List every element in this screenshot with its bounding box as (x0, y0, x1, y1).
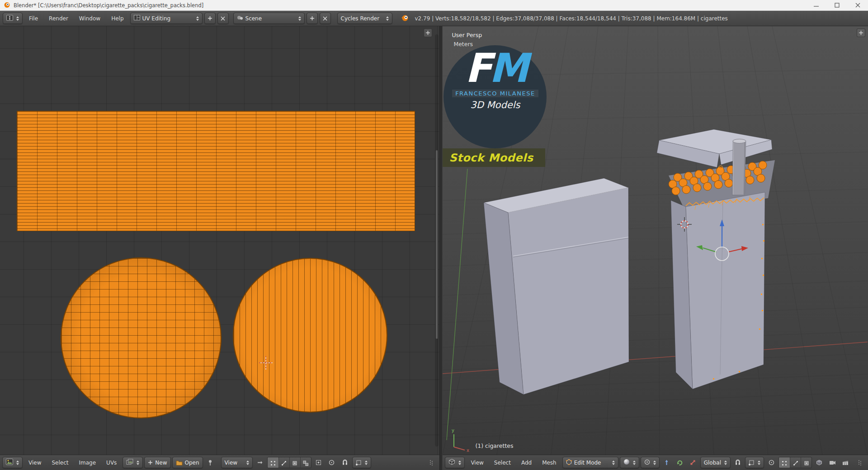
vp-select-edge-button[interactable] (790, 457, 801, 468)
vertex-select-icon (781, 460, 788, 466)
opengl-render-button[interactable] (826, 457, 838, 468)
uv-vertical-scrollbar[interactable] (435, 34, 439, 446)
editor-splitter[interactable] (439, 26, 443, 470)
vp-menu-mesh[interactable]: Mesh (538, 455, 561, 470)
main-area: View Select Image UVs New Open (0, 26, 868, 470)
grip-icon (429, 460, 433, 466)
snap-element-dropdown[interactable] (352, 457, 371, 468)
dropdown-arrows-icon (16, 16, 19, 21)
uv-editor-header: View Select Image UVs New Open (0, 455, 439, 470)
translate-manipulator-button[interactable] (661, 457, 673, 468)
orientation-label: Global (704, 460, 721, 466)
occlude-geometry-button[interactable] (813, 457, 825, 468)
uv-image-editor: View Select Image UVs New Open (0, 26, 439, 470)
pack-open[interactable] (657, 129, 775, 389)
window-titlebar: Blender* [C:\Users\franc\Desktop\cigaret… (0, 0, 868, 11)
pivot-center-dropdown[interactable] (641, 457, 660, 468)
info-editor-type-button[interactable] (3, 13, 23, 24)
translate-manipulator-icon (664, 460, 670, 465)
snap-element-icon (356, 460, 362, 465)
edge-select-icon (793, 460, 799, 466)
pack-body (671, 192, 765, 389)
uv-editor-type-button[interactable] (2, 457, 23, 468)
uv-select-edge-button[interactable] (278, 457, 289, 468)
image-editor-icon (6, 459, 13, 466)
orientation-dropdown[interactable]: Global (700, 457, 731, 468)
info-header: File Render Window Help UV Editing Scene… (0, 11, 868, 26)
window-title: Blender* [C:\Users\franc\Desktop\cigaret… (14, 2, 203, 9)
watermark-m: M (489, 45, 526, 91)
uv-canvas[interactable] (0, 26, 439, 455)
add-screen-layout-button[interactable] (204, 13, 216, 24)
uv-island-rect[interactable] (17, 111, 415, 231)
minimize-button[interactable] (806, 0, 826, 10)
uv-menu-image[interactable]: Image (75, 455, 101, 470)
vp-select-face-button[interactable] (801, 457, 811, 468)
menu-render[interactable]: Render (44, 11, 73, 26)
rotate-manipulator-icon (677, 460, 683, 465)
snap-magnet-button[interactable] (339, 457, 351, 468)
plus-icon (859, 31, 863, 35)
plus-icon (310, 16, 315, 21)
vp-proportional-edit-button[interactable] (765, 457, 777, 468)
uv-menu-view[interactable]: View (24, 455, 46, 470)
vp-header-grip[interactable] (854, 457, 866, 468)
screen-layout-icon (134, 15, 140, 22)
rotate-manipulator-button[interactable] (674, 457, 686, 468)
minimize-icon (814, 3, 819, 8)
proportional-edit-button[interactable] (326, 457, 338, 468)
viewport-3d-editor: y x User Persp Meters (1) cigarettes FM … (443, 26, 868, 470)
delete-screen-layout-button[interactable] (217, 13, 229, 24)
close-button[interactable] (847, 0, 868, 10)
menu-window[interactable]: Window (75, 11, 105, 26)
open-image-button[interactable]: Open (172, 457, 203, 468)
uv-menu-select[interactable]: Select (47, 455, 73, 470)
mode-dropdown[interactable]: Edit Mode (562, 457, 618, 468)
plus-icon (148, 460, 153, 465)
blender-app-icon (4, 1, 10, 9)
watermark-tagline: 3D Models (470, 100, 520, 110)
viewport-shading-dropdown[interactable] (620, 457, 639, 468)
standing-cigarette[interactable] (732, 139, 746, 195)
viewport-region-expand-button[interactable] (857, 28, 865, 37)
uv-region-expand-button[interactable] (424, 28, 432, 37)
uv-2d-cursor[interactable] (259, 356, 273, 370)
maximize-button[interactable] (826, 0, 847, 10)
uv-select-face-button[interactable] (289, 457, 300, 468)
uv-select-vertex-button[interactable] (268, 457, 278, 468)
viewport-editor-type-button[interactable] (445, 457, 465, 468)
scene-statistics: v2.79 | Verts:18,582/18,582 | Edges:37,0… (415, 15, 728, 22)
scale-manipulator-button[interactable] (687, 457, 699, 468)
screen-layout-selector[interactable]: UV Editing (130, 13, 203, 24)
sticky-select-button[interactable] (313, 457, 325, 468)
pack-closed[interactable] (484, 178, 629, 394)
menu-file[interactable]: File (24, 11, 42, 26)
image-pin-button[interactable] (204, 457, 216, 468)
browse-image-button[interactable] (123, 457, 143, 468)
vp-menu-view[interactable]: View (466, 455, 488, 470)
scene-selector[interactable]: Scene (233, 13, 305, 24)
vp-snap-element-dropdown[interactable] (745, 457, 764, 468)
new-image-button[interactable]: New (144, 457, 170, 468)
dropdown-arrows-icon (612, 461, 615, 465)
delete-scene-button[interactable] (320, 13, 331, 24)
dropdown-arrows-icon (196, 16, 199, 21)
face-select-icon (292, 460, 298, 466)
render-engine-selector[interactable]: Cycles Render (337, 13, 392, 24)
uv-header-grip[interactable] (425, 457, 437, 468)
uv-select-island-button[interactable] (300, 457, 311, 468)
uv-menu-uvs[interactable]: UVs (102, 455, 121, 470)
uv-island-sphere[interactable] (61, 257, 222, 418)
opengl-render-anim-button[interactable] (840, 457, 851, 468)
vp-menu-select[interactable]: Select (490, 455, 515, 470)
vp-menu-add[interactable]: Add (517, 455, 536, 470)
menu-help[interactable]: Help (107, 11, 128, 26)
viewport-canvas[interactable]: y x User Persp Meters (1) cigarettes FM … (443, 26, 868, 455)
uv-sync-select-button[interactable] (254, 457, 266, 468)
add-scene-button[interactable] (307, 13, 318, 24)
vp-snap-magnet-button[interactable] (732, 457, 744, 468)
uv-island-cap[interactable] (233, 258, 387, 413)
uv-view-dropdown[interactable]: View (221, 457, 253, 468)
vp-select-vertex-button[interactable] (779, 457, 790, 468)
snap-element-icon (749, 460, 755, 465)
